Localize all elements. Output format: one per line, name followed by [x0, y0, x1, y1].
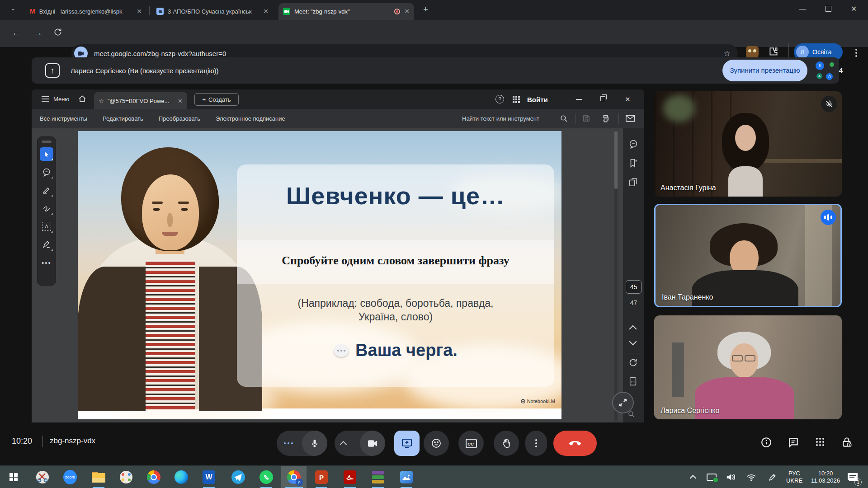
create-button[interactable]: +Создать	[194, 93, 239, 106]
tab-gmail[interactable]: M Вхідні - larissa.sergienko@lispk ✕	[25, 3, 146, 20]
menu-all-tools[interactable]: Все инструменты	[40, 115, 87, 122]
tab-meet-active[interactable]: Meet: "zbg-nszp-vdx" ✕	[278, 3, 414, 20]
window-close-button[interactable]: ✕	[851, 5, 857, 13]
hamburger-menu-icon[interactable]	[42, 96, 49, 97]
close-tab-icon[interactable]: ✕	[263, 8, 269, 15]
taskbar-app-whatsapp[interactable]	[254, 466, 279, 488]
mic-control[interactable]	[277, 431, 327, 456]
menu-convert[interactable]: Преобразовать	[159, 115, 200, 122]
pages-panel-icon[interactable]	[628, 177, 638, 187]
tab-search-icon[interactable]: ⌄	[11, 5, 15, 12]
mail-icon[interactable]	[626, 115, 635, 122]
host-controls-lock-icon[interactable]	[841, 436, 853, 448]
taskbar-app-acrobat[interactable]	[337, 466, 363, 488]
tab-classroom[interactable]: 3-АПО/БПО Сучасна українськ ✕	[152, 3, 273, 20]
draw-tool-button[interactable]	[40, 202, 53, 215]
taskbar-app-explorer[interactable]	[86, 466, 111, 488]
participants-avatar-cluster[interactable]: Л А Л 4	[816, 61, 835, 80]
zoom-tool-icon[interactable]	[627, 410, 636, 418]
taskbar-app-word[interactable]: W	[196, 466, 222, 488]
previous-page-button[interactable]	[629, 325, 637, 333]
leave-call-button[interactable]	[553, 431, 597, 456]
activities-grid-icon[interactable]	[815, 436, 826, 447]
help-icon[interactable]: ?	[495, 95, 504, 103]
close-document-icon[interactable]: ✕	[178, 98, 183, 104]
toolbar-drag-handle[interactable]	[42, 141, 52, 143]
start-button[interactable]	[1, 466, 26, 488]
taskbar-app-zoom[interactable]: zoom	[57, 466, 83, 488]
pdf-restore-button[interactable]	[600, 96, 605, 101]
home-icon[interactable]	[78, 94, 87, 103]
camera-options-icon[interactable]	[340, 441, 347, 448]
window-minimize-button[interactable]: —	[799, 5, 806, 12]
window-restore-button[interactable]	[826, 6, 831, 12]
mic-icon[interactable]	[302, 431, 327, 456]
new-tab-button[interactable]: +	[423, 5, 428, 14]
menu-edit[interactable]: Редактировать	[103, 115, 143, 122]
tray-volume-icon[interactable]	[722, 466, 739, 488]
taskbar-app-snipping[interactable]	[30, 466, 55, 488]
pdf-close-button[interactable]: ✕	[625, 95, 631, 103]
extensions-puzzle-icon[interactable]	[768, 46, 779, 58]
stop-sharing-button[interactable]	[394, 431, 420, 456]
menu-esign[interactable]: Электронное подписание	[216, 115, 285, 122]
tray-notifications-icon[interactable]: 1	[844, 466, 862, 488]
select-tool-button[interactable]	[40, 147, 53, 161]
reactions-button[interactable]	[424, 431, 449, 456]
forward-button[interactable]: →	[33, 28, 42, 38]
taskbar-app-edge[interactable]	[169, 466, 194, 488]
save-icon[interactable]	[582, 114, 590, 122]
chat-icon[interactable]	[788, 436, 799, 448]
taskbar-app-photos[interactable]	[394, 466, 419, 488]
highlight-tool-button[interactable]	[40, 183, 53, 197]
more-tools-button[interactable]: •••	[40, 256, 53, 269]
captions-button[interactable]: CC	[458, 431, 484, 456]
tray-hidden-icons-button[interactable]	[687, 466, 701, 488]
tray-pen-icon[interactable]	[764, 466, 780, 488]
pdf-scrollbar[interactable]	[614, 130, 618, 421]
taskbar-app-chrome-profile[interactable]: л	[281, 466, 307, 488]
taskbar-app-powerpoint[interactable]: P	[309, 466, 334, 488]
more-options-button[interactable]	[525, 431, 547, 456]
comments-panel-icon[interactable]	[628, 139, 638, 149]
print-icon[interactable]	[601, 114, 610, 123]
tray-language-indicator[interactable]: РУСUKRE	[781, 470, 807, 484]
camera-icon[interactable]	[360, 431, 385, 456]
pdf-minimize-button[interactable]	[576, 99, 582, 100]
close-tab-icon[interactable]: ✕	[404, 8, 410, 15]
audio-options-icon[interactable]	[284, 442, 286, 444]
comment-tool-button[interactable]	[40, 165, 53, 179]
back-button[interactable]: ←	[12, 28, 21, 38]
pdf-menu-label[interactable]: Меню	[53, 96, 69, 103]
close-tab-icon[interactable]: ✕	[137, 8, 142, 15]
taskbar-app-telegram[interactable]	[226, 466, 251, 488]
tray-display-icon[interactable]	[703, 466, 720, 488]
next-page-button[interactable]	[629, 338, 637, 346]
rotate-page-button[interactable]	[628, 358, 638, 367]
participant-tile-larysa[interactable]: Лариса Сергієнко	[654, 315, 842, 419]
stop-presentation-button[interactable]: Зупинити презентацію	[722, 60, 807, 81]
scrollbar-thumb[interactable]	[614, 131, 618, 189]
raise-hand-button[interactable]	[494, 431, 519, 456]
bookmarks-panel-icon[interactable]	[628, 158, 638, 168]
taskbar-app-paint[interactable]	[113, 466, 139, 488]
camera-control[interactable]	[335, 431, 385, 456]
search-label[interactable]: Найти текст или инструмент	[462, 115, 539, 122]
meeting-details-icon[interactable]	[760, 436, 772, 448]
participant-tile-ivan-speaking[interactable]: Іван Тараненко	[654, 204, 842, 307]
add-text-tool-button[interactable]: A	[40, 220, 53, 233]
taskbar-app-winrar[interactable]	[365, 466, 391, 488]
star-icon[interactable]: ☆	[99, 98, 104, 104]
bookmark-star-icon[interactable]: ☆	[724, 49, 731, 58]
current-page-input[interactable]: 45	[626, 280, 642, 294]
tray-clock[interactable]: 10:2011.03.2026	[807, 470, 844, 484]
taskbar-app-chrome[interactable]	[141, 466, 166, 488]
actual-size-button[interactable]: 1:1	[628, 376, 638, 386]
participant-tile-anastasia[interactable]: Анастасія Гуріна	[654, 91, 842, 197]
search-icon[interactable]	[560, 114, 568, 123]
browser-menu-icon[interactable]	[855, 49, 857, 51]
sign-tool-button[interactable]	[40, 238, 53, 251]
reload-button[interactable]	[53, 28, 62, 37]
apps-grid-icon[interactable]	[513, 96, 520, 103]
sign-in-button[interactable]: Войти	[527, 89, 548, 109]
